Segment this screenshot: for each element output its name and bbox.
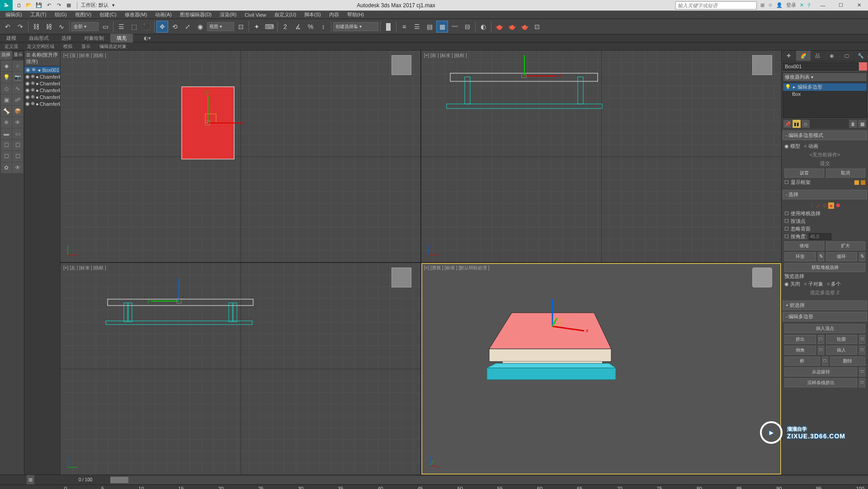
- ribbon-sub-simulate[interactable]: 模拟: [59, 42, 77, 51]
- se-toggle-5-icon[interactable]: ✿: [1, 162, 12, 173]
- render-production-button[interactable]: 🫖: [519, 21, 530, 33]
- bridge-settings-icon[interactable]: □: [822, 357, 828, 366]
- cp-tab-hierarchy-icon[interactable]: 品: [811, 51, 825, 61]
- rendered-frame-button[interactable]: 🫖: [506, 21, 518, 33]
- object-color-swatch[interactable]: [859, 62, 867, 71]
- undo-button[interactable]: ↶: [2, 21, 14, 33]
- menu-create[interactable]: 创建(C): [96, 11, 120, 18]
- loop-button[interactable]: 循环: [826, 252, 858, 261]
- se-tab-display[interactable]: 显示: [12, 51, 24, 60]
- select-move-button[interactable]: ✥: [156, 21, 168, 33]
- toggle-ribbon-button[interactable]: ▦: [436, 21, 448, 33]
- visibility-icon[interactable]: ◉: [25, 80, 30, 86]
- radio-animate[interactable]: ○ 动画: [804, 143, 818, 150]
- by-vertex-checkbox[interactable]: ☐: [784, 218, 789, 224]
- modstack-edit-poly[interactable]: 💡 ▸ 编辑多边形: [783, 83, 867, 91]
- subobj-polygon-icon[interactable]: ■: [828, 202, 834, 209]
- viewport-left[interactable]: [+] [左 ] [标准 ] [线框 ] y: [61, 263, 420, 475]
- mirror-button[interactable]: ▐▌: [382, 21, 394, 33]
- cp-tab-utilities-icon[interactable]: 🔧: [854, 51, 868, 61]
- flip-button[interactable]: 翻转: [830, 357, 866, 366]
- workspace-dropdown-icon[interactable]: ▾: [110, 2, 117, 8]
- cage-color-2[interactable]: [861, 180, 865, 185]
- se-filter-bone-icon[interactable]: 🦴: [1, 106, 12, 117]
- rollout-header-soft-selection[interactable]: + 软选择: [783, 301, 867, 310]
- cp-tab-display-icon[interactable]: 🖵: [839, 51, 854, 61]
- scene-item-chamfer-1[interactable]: ◉❄●ChamferE: [24, 73, 60, 80]
- freeze-icon[interactable]: ❄: [31, 101, 35, 107]
- viewport-top-label[interactable]: [+] [顶 ] [标准 ] [线框 ]: [63, 52, 106, 59]
- se-collapse-icon[interactable]: ▬: [1, 128, 12, 139]
- se-filter-light-icon[interactable]: 💡: [1, 72, 12, 83]
- maximize-button[interactable]: ☐: [832, 0, 850, 11]
- ribbon-tab-freeform[interactable]: 自由形式: [23, 34, 55, 42]
- modifier-stack[interactable]: 💡 ▸ 编辑多边形 Box: [783, 83, 867, 118]
- schematic-view-button[interactable]: ⊟: [462, 21, 473, 33]
- menu-views[interactable]: 视图(V): [71, 11, 95, 18]
- unlink-button[interactable]: ⛓̸: [43, 21, 55, 33]
- se-filter-shape-icon[interactable]: ○: [12, 61, 23, 71]
- use-stack-checkbox[interactable]: ☐: [784, 211, 789, 216]
- app-logo[interactable]: 3▸: [0, 0, 13, 11]
- keyboard-shortcut-button[interactable]: ⌨: [264, 21, 275, 33]
- visibility-icon[interactable]: ◉: [25, 87, 30, 93]
- menu-group[interactable]: 组(G): [51, 11, 71, 18]
- close-button[interactable]: ✕: [850, 0, 868, 11]
- menu-rendering[interactable]: 渲染(R): [216, 11, 240, 18]
- viewport-persp-label[interactable]: [+] [透视 ] [标准 ] [默认明暗处理 ]: [424, 265, 490, 271]
- menu-animation[interactable]: 动画(A): [151, 11, 175, 18]
- viewcube-persp[interactable]: [752, 268, 772, 287]
- by-angle-checkbox[interactable]: ☐: [784, 234, 789, 240]
- redo-button[interactable]: ↷: [14, 21, 26, 33]
- layer-explorer-button[interactable]: ☰: [411, 21, 423, 33]
- signin-label[interactable]: 登录: [786, 2, 796, 9]
- bulb-icon[interactable]: 💡: [785, 84, 791, 90]
- ribbon-tab-selection[interactable]: 选择: [55, 34, 78, 42]
- shrink-button[interactable]: 收缩: [784, 241, 824, 250]
- time-slider[interactable]: ⊞ 0 / 100: [0, 475, 868, 484]
- align-button[interactable]: ≡: [398, 21, 410, 33]
- bridge-button[interactable]: 桥: [784, 357, 820, 366]
- new-icon[interactable]: 🗋: [15, 2, 23, 9]
- se-filter-hidden-icon[interactable]: 👁: [12, 117, 23, 128]
- scene-explorer-header[interactable]: ☰ 名称(按升序排序): [24, 51, 60, 66]
- scene-item-chamfer-5[interactable]: ◉❄●ChamferE: [24, 100, 60, 107]
- subobj-element-icon[interactable]: ⬢: [836, 202, 840, 208]
- material-editor-button[interactable]: ◐: [477, 21, 489, 33]
- redo-icon[interactable]: ↷: [55, 2, 62, 9]
- subobj-edge-icon[interactable]: ／: [816, 202, 821, 209]
- viewport-top[interactable]: [+] [顶 ] [标准 ] [线框 ] x y: [61, 51, 420, 262]
- extrude-settings-icon[interactable]: □: [818, 335, 824, 344]
- rollout-header-selection[interactable]: - 选择: [783, 190, 867, 199]
- se-filter-spacewarp-icon[interactable]: ∿: [12, 83, 23, 94]
- ribbon-tab-modeling[interactable]: 建模: [0, 34, 23, 42]
- visibility-icon[interactable]: ◉: [25, 94, 30, 100]
- snap-angle-button[interactable]: ∡: [292, 21, 304, 33]
- inset-button[interactable]: 插入: [826, 346, 858, 355]
- outline-settings-icon[interactable]: □: [859, 335, 865, 344]
- extrude-spline-button[interactable]: 沿样条线挤出: [784, 378, 857, 387]
- hinge-settings-icon[interactable]: □: [859, 367, 865, 376]
- time-slider-track[interactable]: [110, 476, 868, 484]
- visibility-icon[interactable]: ◉: [25, 74, 30, 80]
- rect-region-button[interactable]: ⬚: [128, 21, 140, 33]
- se-filter-container-icon[interactable]: 📦: [12, 106, 23, 117]
- extrude-button[interactable]: 挤出: [784, 335, 816, 344]
- subobj-vertex-icon[interactable]: ⋮: [809, 202, 814, 208]
- ribbon-collapse-icon[interactable]: ◐▾: [137, 34, 157, 42]
- ribbon-sub-flow[interactable]: 定义流: [0, 42, 23, 51]
- time-slider-thumb[interactable]: [110, 477, 128, 483]
- ribbon-tab-object-paint[interactable]: 对象绘制: [78, 34, 110, 42]
- menu-edit[interactable]: 编辑(E): [2, 11, 26, 18]
- show-end-result-icon[interactable]: ▮▮: [793, 120, 801, 128]
- se-filter-geometry-icon[interactable]: ◆: [1, 61, 12, 71]
- pivot-center-button[interactable]: ⊡: [235, 21, 247, 33]
- hinge-button[interactable]: 从边旋转: [784, 367, 857, 376]
- ring-spinner[interactable]: ⇅: [818, 252, 824, 261]
- rollout-header-edit-polygons[interactable]: - 编辑多边形: [783, 312, 867, 321]
- object-name-input[interactable]: [783, 62, 858, 71]
- ring-button[interactable]: 环形: [784, 252, 816, 261]
- visibility-icon[interactable]: ◉: [25, 101, 30, 107]
- radio-off[interactable]: ◉ 关闭: [784, 281, 800, 287]
- menu-civil-view[interactable]: Civil View: [241, 12, 269, 18]
